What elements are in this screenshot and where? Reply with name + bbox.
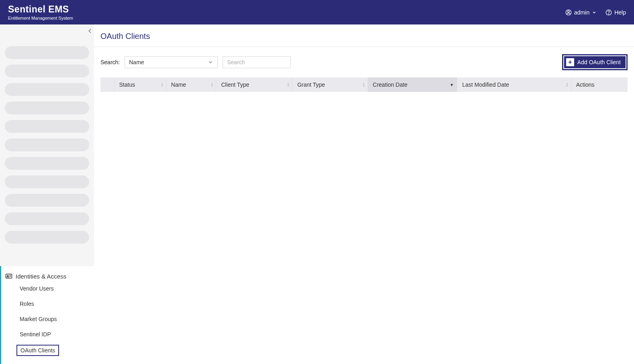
column-name[interactable]: Name ▲▼ [166, 77, 216, 92]
sidebar-skeleton-item [5, 120, 89, 133]
svg-point-5 [7, 275, 8, 277]
layout: Identities & Access Vendor Users Roles M… [0, 24, 634, 364]
sidebar-item-market-groups[interactable]: Market Groups [16, 314, 60, 324]
page-title: OAuth Clients [94, 24, 634, 47]
column-label: Name [171, 81, 186, 88]
add-oauth-client-highlight: + Add OAuth Client [562, 54, 628, 70]
column-label: Client Type [221, 81, 249, 88]
toolbar: Search: Name + Add OAuth Client [94, 47, 634, 77]
brand: Sentinel EMS Entitlement Management Syst… [8, 4, 73, 20]
id-card-icon [5, 272, 12, 280]
user-label: admin [574, 9, 589, 16]
column-status[interactable]: Status ▲▼ [114, 77, 166, 92]
column-actions: Actions [571, 77, 628, 92]
column-label: Actions [576, 81, 595, 88]
sort-icon: ▲▼ [362, 82, 365, 87]
sort-desc-icon: ▼ [450, 83, 454, 87]
column-client-type[interactable]: Client Type ▲▼ [216, 77, 292, 92]
add-oauth-client-button[interactable]: + Add OAuth Client [564, 56, 626, 68]
plus-icon: + [566, 58, 574, 66]
sidebar-section-title: Identities & Access [16, 273, 66, 280]
sidebar-section-header[interactable]: Identities & Access [1, 270, 94, 284]
sort-icon: ▲▼ [566, 82, 569, 87]
column-creation-date[interactable]: Creation Date ▼ [368, 77, 457, 92]
sort-icon: ▲▼ [287, 82, 290, 87]
column-label: Creation Date [373, 81, 407, 88]
table-wrap: Status ▲▼ Name ▲▼ Client Type ▲▼ Grant [94, 77, 634, 92]
sidebar-skeleton-item [5, 212, 89, 225]
chevron-down-icon [592, 10, 597, 15]
sidebar-skeleton-item [5, 194, 89, 207]
sidebar-skeleton-item [5, 175, 89, 188]
column-expand[interactable] [100, 77, 114, 92]
header-right: admin Help [565, 9, 626, 16]
search-label: Search: [100, 59, 120, 65]
column-label: Grant Type [297, 81, 325, 88]
sidebar-skeleton-item [5, 157, 89, 170]
search-input[interactable] [223, 56, 291, 68]
help-label: Help [614, 9, 626, 16]
sidebar-item-vendor-users[interactable]: Vendor Users [16, 284, 57, 293]
svg-point-3 [609, 14, 609, 14]
sidebar-section-identities: Identities & Access Vendor Users Roles M… [0, 266, 94, 364]
brand-subtitle: Entitlement Management System [8, 16, 73, 20]
help-link[interactable]: Help [605, 9, 626, 16]
column-label: Status [119, 81, 135, 88]
column-last-modified[interactable]: Last Modified Date ▲▼ [457, 77, 571, 92]
app-header: Sentinel EMS Entitlement Management Syst… [0, 0, 634, 24]
search-field-select[interactable]: Name [125, 56, 218, 68]
search-select-value: Name [129, 59, 144, 65]
sidebar: Identities & Access Vendor Users Roles M… [0, 24, 94, 364]
sidebar-skeleton-item [5, 46, 89, 59]
sidebar-sub-items: Vendor Users Roles Market Groups Sentine… [1, 284, 94, 356]
sidebar-skeleton-item [5, 138, 89, 151]
sidebar-skeleton-item [5, 231, 89, 244]
column-label: Last Modified Date [462, 81, 509, 88]
add-button-label: Add OAuth Client [577, 59, 621, 65]
collapse-sidebar-button[interactable] [87, 28, 93, 35]
svg-point-1 [568, 10, 570, 12]
chevron-down-icon [208, 59, 213, 65]
oauth-clients-table: Status ▲▼ Name ▲▼ Client Type ▲▼ Grant [100, 77, 628, 92]
main-content: OAuth Clients Search: Name + Add OAuth C… [94, 24, 634, 364]
sidebar-item-oauth-clients[interactable]: OAuth Clients [16, 345, 59, 356]
sort-icon: ▲▼ [161, 82, 164, 87]
column-grant-type[interactable]: Grant Type ▲▼ [292, 77, 368, 92]
sort-icon: ▲▼ [211, 82, 214, 87]
sidebar-item-sentinel-idp[interactable]: Sentinel IDP [16, 329, 54, 339]
sidebar-skeleton-group [0, 24, 94, 253]
user-icon [565, 9, 572, 16]
help-icon [605, 9, 612, 16]
chevron-left-icon [87, 28, 93, 34]
sidebar-skeleton-item [5, 83, 89, 96]
sidebar-skeleton-item [5, 102, 89, 114]
sidebar-item-roles[interactable]: Roles [16, 299, 37, 309]
user-menu[interactable]: admin [565, 9, 597, 16]
sidebar-skeleton-item [5, 65, 89, 77]
table-head: Status ▲▼ Name ▲▼ Client Type ▲▼ Grant [100, 77, 628, 92]
brand-title: Sentinel EMS [8, 4, 73, 15]
